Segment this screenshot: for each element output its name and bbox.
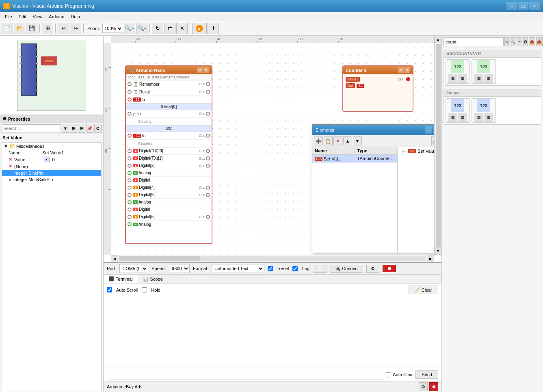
integer-item-2[interactable]: 123 ▦ ▦	[472, 98, 496, 123]
integer-item-1[interactable]: 123 ▦ ▦	[446, 98, 470, 123]
d3-analog-pin[interactable]	[128, 171, 132, 175]
counter-item-2[interactable]: 123 ▦ ▦	[472, 59, 496, 84]
ads-settings-btn[interactable]: ⚙	[419, 382, 428, 391]
rotate-button[interactable]: ↻	[152, 23, 163, 34]
search-clear-btn[interactable]: ✕	[504, 37, 509, 46]
horizontal-scrollbar[interactable]: ◀ ▶	[111, 255, 434, 262]
dialog-item-0[interactable]: 123 Set Val... TArduinoCounterSetV...	[312, 155, 397, 163]
serial-text-input[interactable]	[107, 370, 384, 379]
serial-settings-btn[interactable]: ⚙	[366, 265, 379, 273]
remember-right-pin[interactable]	[206, 82, 210, 86]
counter-close-btn[interactable]: ✕	[405, 67, 410, 73]
auto-clear-checkbox[interactable]	[386, 372, 391, 377]
rx0-right-pin[interactable]	[206, 149, 210, 153]
connect-button[interactable]: 🔌 Connect	[331, 265, 363, 273]
scroll-left-btn[interactable]: ◀	[111, 255, 118, 262]
i2c-out-pin[interactable]	[206, 134, 210, 138]
tree-value-row[interactable]: ✕ Value ▪ 0	[2, 156, 101, 163]
d6-left-pin[interactable]	[128, 215, 132, 219]
zoom-in-button[interactable]: 🔍+	[124, 23, 135, 34]
counter-out-pin[interactable]	[406, 77, 410, 81]
serial-in-left-pin[interactable]	[128, 112, 132, 116]
menu-file[interactable]: File	[2, 13, 15, 20]
format-select[interactable]: Unformatted Text	[212, 264, 264, 273]
dialog-minimize-btn[interactable]: −	[425, 126, 432, 134]
upload-button[interactable]: ⬆	[208, 23, 219, 34]
scroll-up-btn[interactable]: ▲	[435, 36, 442, 43]
prop-sort-btn[interactable]: ⊞	[70, 124, 77, 133]
search-more-btn[interactable]: ⋯	[517, 37, 522, 46]
dialog-down-btn[interactable]: ▼	[353, 136, 362, 145]
a5-pin[interactable]	[128, 200, 132, 204]
search-settings-btn[interactable]: ⚙	[523, 37, 528, 46]
minimize-button[interactable]: −	[506, 2, 517, 10]
log-checkbox[interactable]	[292, 266, 298, 271]
clear-button[interactable]: 🧹 Clear	[409, 286, 438, 294]
rx0-left-pin[interactable]	[128, 149, 132, 153]
auto-scroll-checkbox[interactable]	[107, 287, 112, 292]
save-button[interactable]: 💾	[26, 23, 37, 34]
prop-settings-btn[interactable]: ⚙	[94, 124, 102, 133]
search-import-btn[interactable]: 📥	[536, 37, 543, 46]
flip-button[interactable]: ⇄	[164, 23, 175, 34]
serial-out-pin[interactable]	[206, 112, 210, 116]
d3-left-pin[interactable]	[128, 178, 132, 182]
scroll-down-btn[interactable]: ▼	[435, 247, 442, 255]
scroll-right-btn[interactable]: ▶	[427, 255, 434, 262]
d5-left-pin[interactable]	[128, 193, 132, 197]
d2-left-pin[interactable]	[128, 164, 132, 168]
d2-right-pin[interactable]	[206, 164, 210, 168]
canvas-area[interactable]: 20 30 40 50 60 70	[104, 36, 441, 262]
dialog-tree-set-value[interactable]: ├─ 123 Set Value	[398, 147, 434, 155]
tab-terminal[interactable]: ⬛ Terminal	[104, 275, 138, 284]
remember-left-pin[interactable]	[128, 82, 132, 86]
d5b-left-pin[interactable]	[128, 208, 132, 212]
speed-select[interactable]: 9600	[169, 264, 190, 273]
dialog-up-btn[interactable]: ▲	[343, 136, 352, 145]
prop-expand-btn[interactable]: ⊞	[78, 124, 85, 133]
tree-miscellaneous[interactable]: ▼ 📁 Miscellaneous	[2, 143, 101, 149]
properties-search[interactable]	[2, 124, 61, 132]
tx1-right-pin[interactable]	[206, 156, 210, 160]
d4-left-pin[interactable]	[128, 186, 132, 190]
tree-none-row[interactable]: ✕ (None)	[2, 163, 101, 170]
menu-edit[interactable]: Edit	[15, 13, 30, 20]
dialog-delete-btn[interactable]: ✕	[333, 136, 342, 145]
block-settings-btn[interactable]: ⚙	[197, 67, 203, 73]
vertical-scrollbar[interactable]: ▲ ▼	[434, 36, 441, 255]
component-search-input[interactable]	[443, 37, 504, 46]
d5-right-pin[interactable]	[206, 193, 210, 197]
send-button[interactable]: Send	[415, 370, 438, 379]
a6-pin[interactable]	[128, 222, 132, 226]
d4-right-pin[interactable]	[206, 186, 210, 190]
grid-button[interactable]: ⊞	[42, 23, 53, 34]
tree-name-row[interactable]: Name Set Value1	[2, 149, 101, 156]
maximize-button[interactable]: □	[518, 2, 528, 10]
scroll-thumb-h[interactable]	[119, 256, 200, 261]
tree-integer-sinkpin[interactable]: ● Integer SinkPin	[2, 170, 101, 176]
d6-right-pin[interactable]	[206, 215, 210, 219]
prop-filter-btn[interactable]: ▼	[62, 124, 69, 133]
tree-integer-multisinkpin[interactable]: ● Integer MultiSinkPin	[2, 176, 101, 183]
delete-button[interactable]: ✕	[176, 23, 188, 34]
i32-left-pin[interactable]	[128, 97, 132, 102]
tab-scope[interactable]: 📊 Scope	[138, 275, 168, 284]
menu-arduino[interactable]: Arduino	[45, 13, 67, 20]
dialog-copy-btn[interactable]: 📋	[324, 136, 333, 145]
dialog-add-btn[interactable]: ➕	[314, 136, 323, 145]
ads-stop-btn[interactable]: ⏹	[429, 382, 438, 391]
serial-stop-btn[interactable]: ⏹	[383, 265, 396, 272]
zoom-select[interactable]: 50% 75% 100% 125% 150% 200%	[102, 24, 123, 33]
reset-checkbox[interactable]	[268, 266, 273, 271]
port-select[interactable]: COM5 (L	[119, 264, 148, 273]
tx1-left-pin[interactable]	[128, 156, 132, 160]
counter-settings-btn[interactable]: ⚙	[398, 67, 404, 73]
dialog-maximize-btn[interactable]: □	[433, 126, 434, 134]
block-close-btn[interactable]: ✕	[203, 67, 209, 73]
dialog-export-btn[interactable]: 📤	[431, 136, 434, 145]
prop-pin-btn[interactable]: 📌	[86, 124, 93, 133]
undo-button[interactable]: ↩	[58, 23, 69, 34]
log-file-btn[interactable]: 📄	[313, 265, 327, 273]
open-button[interactable]: 📂	[14, 23, 25, 34]
hold-checkbox[interactable]	[142, 287, 147, 292]
